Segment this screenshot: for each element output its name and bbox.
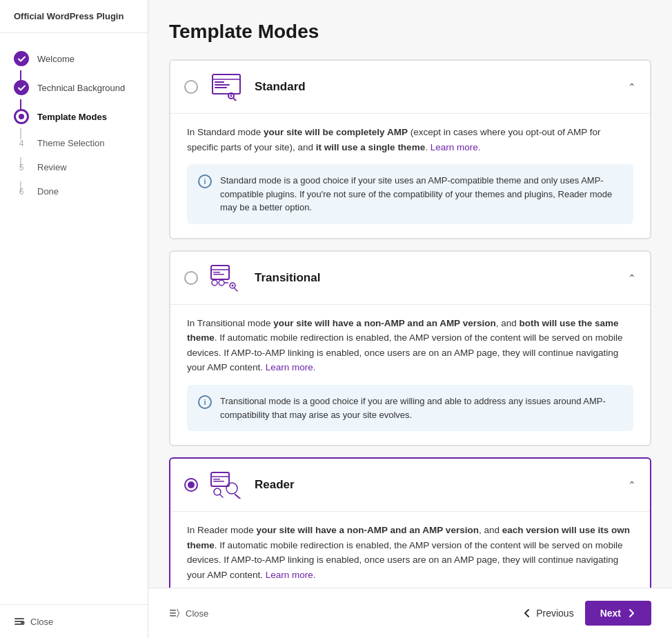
mode-radio-reader[interactable]: [184, 478, 198, 492]
bottom-close-label: Close: [186, 608, 208, 619]
sidebar-close-label: Close: [30, 617, 53, 627]
mode-card-body-transitional: In Transitional mode your site will have…: [170, 304, 650, 445]
info-icon-standard: i: [198, 175, 212, 188]
mode-icon-transitional: [209, 264, 244, 292]
mode-card-header-reader[interactable]: Reader ⌃: [170, 459, 650, 511]
svg-rect-32: [170, 615, 176, 617]
sidebar-item-review[interactable]: 5 Review: [0, 155, 148, 179]
mode-info-transitional: i Transitional mode is a good choice if …: [187, 385, 633, 431]
mode-card-body-reader: In Reader mode your site will have a non…: [170, 511, 650, 588]
mode-name-transitional: Transitional: [255, 271, 628, 285]
svg-line-11: [234, 99, 237, 101]
svg-rect-1: [14, 621, 24, 622]
page-title: Template Modes: [169, 21, 651, 43]
mode-icon-standard: [209, 73, 244, 101]
svg-rect-3: [21, 622, 25, 624]
sidebar-item-template-modes[interactable]: Template Modes: [0, 102, 148, 131]
main-content-area: Template Modes Standard ⌃: [148, 0, 672, 638]
bottom-close-icon: [169, 608, 180, 619]
sidebar-footer: Close: [0, 604, 148, 638]
step-dot-template-modes: [14, 109, 29, 124]
mode-card-header-transitional[interactable]: Transitional ⌃: [170, 252, 650, 304]
mode-card-body-standard: In Standard mode your site will be compl…: [170, 113, 650, 238]
sidebar: Official WordPress Plugin Welcome Techni…: [0, 0, 148, 638]
learn-more-reader[interactable]: Learn more.: [266, 570, 316, 580]
mode-desc-transitional: In Transitional mode your site will have…: [187, 316, 633, 375]
svg-rect-24: [213, 479, 220, 480]
svg-rect-31: [170, 612, 176, 614]
previous-label: Previous: [536, 608, 573, 619]
sidebar-item-theme-selection[interactable]: 4 Theme Selection: [0, 131, 148, 155]
mode-radio-standard[interactable]: [184, 80, 198, 94]
step-number-4: 4: [14, 139, 29, 148]
step-label-template-modes: Template Modes: [37, 112, 107, 122]
mode-info-standard: i Standard mode is a good choice if your…: [187, 164, 633, 224]
mode-info-text-transitional: Transitional mode is a good choice if yo…: [220, 395, 622, 421]
mode-card-reader: Reader ⌃ In Reader mode your site will h…: [169, 457, 651, 588]
mode-info-text-standard: Standard mode is a good choice if your s…: [220, 174, 622, 215]
step-number-6: 6: [14, 187, 29, 197]
svg-rect-14: [213, 272, 220, 273]
step-label-review: Review: [37, 162, 67, 172]
next-button[interactable]: Next: [585, 601, 651, 626]
mode-card-transitional: Transitional ⌃ In Transitional mode your…: [169, 250, 651, 446]
main-scroll-area: Template Modes Standard ⌃: [148, 0, 672, 588]
chevron-standard[interactable]: ⌃: [628, 81, 636, 92]
chevron-reader[interactable]: ⌃: [628, 479, 636, 490]
step-check-welcome: [14, 51, 29, 66]
svg-point-10: [230, 95, 233, 97]
step-number-5: 5: [14, 163, 29, 172]
bottom-nav: Previous Next: [522, 601, 651, 626]
next-label: Next: [600, 608, 621, 619]
previous-button[interactable]: Previous: [522, 608, 573, 619]
svg-rect-25: [213, 481, 224, 482]
svg-point-20: [232, 284, 234, 286]
chevron-transitional[interactable]: ⌃: [628, 272, 636, 283]
sidebar-item-technical[interactable]: Technical Background: [0, 73, 148, 102]
svg-rect-30: [170, 610, 176, 611]
mode-icon-reader: [209, 471, 244, 499]
sidebar-close-button[interactable]: Close: [14, 616, 53, 627]
svg-rect-2: [14, 624, 24, 625]
mode-card-header-standard[interactable]: Standard ⌃: [170, 61, 650, 113]
close-icon: [14, 616, 25, 627]
svg-line-29: [235, 495, 240, 499]
svg-point-16: [212, 280, 217, 286]
learn-more-transitional[interactable]: Learn more.: [266, 362, 316, 372]
mode-name-reader: Reader: [255, 478, 628, 492]
step-check-technical: [14, 80, 29, 95]
svg-rect-6: [215, 81, 224, 83]
svg-line-27: [220, 495, 223, 497]
svg-point-28: [226, 483, 237, 494]
next-arrow-icon: [626, 608, 636, 618]
prev-arrow-icon: [522, 608, 532, 618]
mode-radio-transitional[interactable]: [184, 271, 198, 285]
svg-line-21: [235, 288, 237, 291]
svg-rect-0: [14, 618, 24, 619]
bottom-close-button[interactable]: Close: [169, 608, 208, 619]
svg-rect-7: [215, 84, 230, 86]
mode-desc-standard: In Standard mode your site will be compl…: [187, 125, 633, 154]
mode-name-standard: Standard: [255, 80, 628, 94]
step-label-done: Done: [37, 186, 59, 197]
step-label-theme-selection: Theme Selection: [37, 138, 105, 148]
mode-card-standard: Standard ⌃ In Standard mode your site wi…: [169, 59, 651, 239]
sidebar-steps: Welcome Technical Background Template Mo…: [0, 33, 148, 604]
sidebar-item-done[interactable]: 6 Done: [0, 179, 148, 203]
step-label-technical: Technical Background: [37, 83, 125, 93]
info-icon-transitional: i: [198, 395, 212, 409]
mode-desc-reader: In Reader mode your site will have a non…: [187, 523, 633, 582]
svg-point-17: [219, 280, 224, 286]
bottom-bar: Close Previous Next: [148, 588, 672, 638]
learn-more-standard[interactable]: Learn more.: [431, 142, 481, 152]
svg-rect-15: [213, 274, 224, 275]
sidebar-brand: Official WordPress Plugin: [0, 0, 148, 33]
sidebar-item-welcome[interactable]: Welcome: [0, 44, 148, 73]
svg-rect-8: [215, 87, 227, 88]
svg-marker-33: [177, 609, 179, 617]
step-label-welcome: Welcome: [37, 54, 75, 64]
